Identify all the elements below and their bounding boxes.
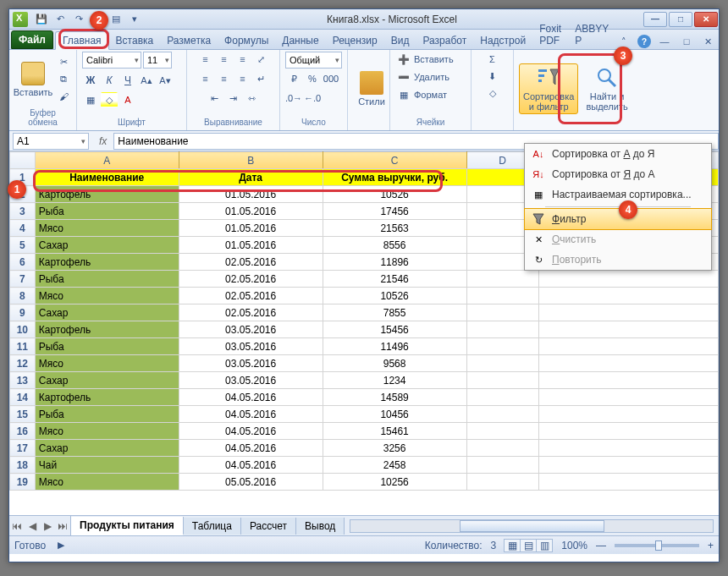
cell[interactable]: Мясо [35,355,179,372]
cell[interactable]: Мясо [35,220,179,237]
tab-layout[interactable]: Разметка [160,32,218,49]
orientation-icon[interactable]: ⤢ [253,52,270,67]
cell[interactable] [466,288,538,304]
tab-addins[interactable]: Надстрой [473,32,532,49]
cell[interactable] [466,406,538,423]
cell[interactable]: 04.05.2016 [179,406,323,423]
menu-filter[interactable]: Фильтр [524,208,712,230]
cell[interactable]: Сахар [35,304,179,321]
row-header[interactable]: 13 [10,372,36,389]
qat-save-icon[interactable]: 💾 [35,13,48,26]
border-icon[interactable]: ▦ [82,92,99,107]
row-header[interactable]: 15 [10,406,36,423]
clear-icon[interactable]: ◇ [484,85,501,101]
cell[interactable] [538,440,718,457]
header-cell[interactable]: Дата [179,169,323,186]
row-header[interactable]: 12 [10,355,36,372]
cell[interactable]: 05.05.2016 [179,474,323,491]
cell[interactable]: 7855 [323,304,466,321]
cell[interactable]: 15461 [323,423,466,440]
insert-cells-label[interactable]: Вставить [414,54,454,64]
underline-button[interactable]: Ч [119,73,136,88]
align-center-icon[interactable]: ≡ [216,71,233,86]
sheet-nav-prev-icon[interactable]: ◀ [25,516,40,535]
cell[interactable]: 03.05.2016 [179,372,323,389]
cell[interactable]: 8556 [323,237,466,254]
tab-abbyy[interactable]: ABBYY P [568,20,615,49]
close-button[interactable]: ✕ [694,12,718,27]
select-all-corner[interactable] [10,152,36,169]
cell[interactable] [466,423,538,440]
doc-max-icon[interactable]: □ [678,34,695,49]
tab-file[interactable]: Файл [11,30,53,49]
cell[interactable]: 15456 [323,321,466,338]
tab-formulas[interactable]: Формулы [218,32,275,49]
sheet-nav-last-icon[interactable]: ⏭ [55,516,70,535]
col-header-a[interactable]: A [35,152,179,169]
cell[interactable] [466,372,538,389]
row-header[interactable]: 5 [10,237,36,254]
sheet-tab-3[interactable]: Вывод [296,518,345,535]
qat-redo-icon[interactable]: ↷ [72,13,85,26]
format-painter-icon[interactable]: 🖌 [55,89,72,104]
align-mid-icon[interactable]: ≡ [216,52,233,67]
row-header[interactable]: 18 [10,457,36,474]
cell[interactable]: Рыба [35,203,179,220]
horizontal-scrollbar[interactable] [350,519,714,533]
row-header[interactable]: 10 [10,321,36,338]
indent-dec-icon[interactable]: ⇤ [207,91,223,106]
cell[interactable] [466,271,538,288]
cell[interactable]: 3256 [323,440,466,457]
cell[interactable]: 04.05.2016 [179,423,323,440]
cell[interactable]: 01.05.2016 [179,186,323,203]
zoom-thumb[interactable] [655,540,662,551]
inc-decimal-icon[interactable]: .0→ [285,91,302,106]
doc-min-icon[interactable]: — [656,34,673,49]
styles-button[interactable]: Стили [353,69,390,109]
zoom-in-icon[interactable]: + [708,540,714,551]
sheet-nav-first-icon[interactable]: ⏮ [9,516,25,535]
delete-cells-icon[interactable]: ➖ [395,69,412,85]
menu-sort-za[interactable]: Я↓ Сортировка от Я до А [525,164,711,184]
cell[interactable]: 10526 [323,288,466,304]
cell[interactable]: Сахар [35,237,179,254]
wrap-text-icon[interactable]: ↵ [253,71,270,86]
cell[interactable]: 11496 [323,338,466,355]
cell[interactable]: Мясо [35,288,179,304]
fx-icon[interactable]: fx [92,135,113,147]
qat-undo-icon[interactable]: ↶ [53,13,67,26]
cell[interactable] [538,304,718,321]
cell[interactable] [466,338,538,355]
cell[interactable]: Рыба [35,271,179,288]
header-cell[interactable]: Наименование [35,169,179,186]
cell[interactable] [466,321,538,338]
font-color-icon[interactable]: A [119,92,136,107]
cell[interactable]: 01.05.2016 [179,237,323,254]
maximize-button[interactable]: □ [669,12,692,27]
currency-icon[interactable]: ₽ [285,71,302,86]
col-header-b[interactable]: B [179,152,323,169]
find-select-button[interactable]: Найти и выделить [582,63,631,114]
cell[interactable]: Рыба [35,406,179,423]
cell[interactable]: 04.05.2016 [179,457,323,474]
sheet-tab-2[interactable]: Рассчет [241,518,296,535]
cell[interactable]: 04.05.2016 [179,389,323,406]
autosum-icon[interactable]: Σ [484,52,501,67]
shrink-font-icon[interactable]: A▾ [157,73,174,88]
cell[interactable]: 10256 [323,474,466,491]
cell[interactable]: 21563 [323,220,466,237]
cell[interactable] [538,457,718,474]
row-header[interactable]: 8 [10,288,36,304]
sheet-nav-next-icon[interactable]: ▶ [40,516,55,535]
tab-review[interactable]: Рецензир [326,32,384,49]
paste-button[interactable]: Вставить [14,59,52,100]
insert-cells-icon[interactable]: ➕ [395,52,412,67]
cell[interactable] [466,474,538,491]
cell[interactable]: 9568 [323,355,466,372]
menu-custom-sort[interactable]: ▦ Настраиваемая сортировка... [525,184,711,205]
format-cells-icon[interactable]: ▦ [395,87,412,102]
cell[interactable]: 02.05.2016 [179,288,323,304]
row-header[interactable]: 6 [10,254,36,271]
cell[interactable]: Сахар [35,372,179,389]
view-layout-icon[interactable]: ▤ [520,539,537,552]
